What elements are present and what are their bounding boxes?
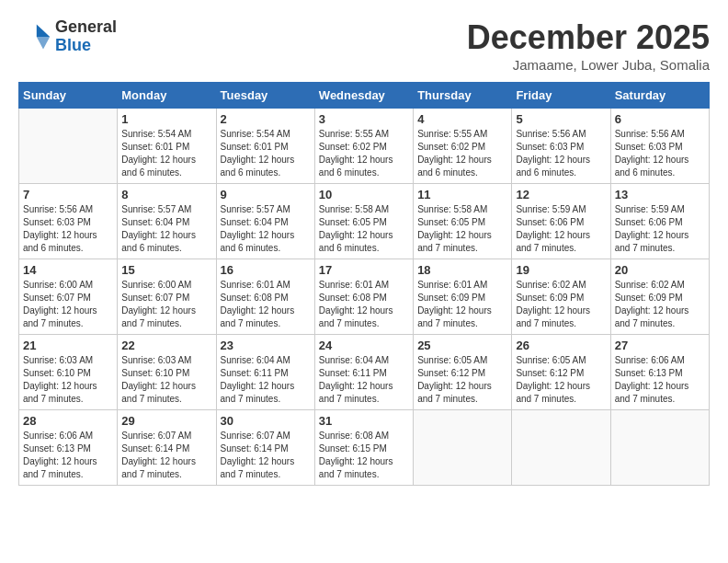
day-info: Sunrise: 5:54 AMSunset: 6:01 PMDaylight:… — [221, 128, 311, 179]
day-number: 23 — [221, 339, 311, 352]
weekday-header: Wednesday — [314, 83, 413, 109]
calendar-day-cell: 17Sunrise: 6:01 AMSunset: 6:08 PMDayligh… — [314, 259, 413, 335]
day-number: 16 — [221, 263, 311, 277]
calendar-day-cell — [512, 410, 610, 486]
weekday-header: Saturday — [610, 83, 709, 109]
calendar-day-cell: 5Sunrise: 5:56 AMSunset: 6:03 PMDaylight… — [512, 109, 610, 184]
day-number: 2 — [221, 112, 311, 126]
day-number: 31 — [319, 414, 409, 428]
calendar-day-cell: 12Sunrise: 5:59 AMSunset: 6:06 PMDayligh… — [512, 184, 610, 259]
day-info: Sunrise: 6:07 AMSunset: 6:14 PMDaylight:… — [221, 430, 311, 481]
day-info: Sunrise: 5:59 AMSunset: 6:06 PMDaylight:… — [615, 203, 705, 255]
day-info: Sunrise: 6:01 AMSunset: 6:09 PMDaylight:… — [417, 279, 507, 330]
day-info: Sunrise: 6:02 AMSunset: 6:09 PMDaylight:… — [615, 279, 705, 330]
calendar-day-cell: 24Sunrise: 6:04 AMSunset: 6:11 PMDayligh… — [314, 335, 413, 410]
day-number: 21 — [23, 339, 113, 352]
day-info: Sunrise: 5:56 AMSunset: 6:03 PMDaylight:… — [23, 203, 113, 255]
day-info: Sunrise: 6:04 AMSunset: 6:11 PMDaylight:… — [319, 354, 409, 406]
day-info: Sunrise: 5:55 AMSunset: 6:02 PMDaylight:… — [417, 128, 507, 179]
page-header: General Blue December 2025 Jamaame, Lowe… — [18, 18, 710, 73]
day-info: Sunrise: 6:08 AMSunset: 6:15 PMDaylight:… — [319, 430, 409, 481]
calendar-day-cell — [19, 109, 118, 184]
calendar-day-cell: 1Sunrise: 5:54 AMSunset: 6:01 PMDaylight… — [118, 109, 216, 184]
calendar-day-cell: 7Sunrise: 5:56 AMSunset: 6:03 PMDaylight… — [19, 184, 118, 259]
day-info: Sunrise: 6:06 AMSunset: 6:13 PMDaylight:… — [23, 430, 113, 481]
location-subtitle: Jamaame, Lower Juba, Somalia — [467, 57, 710, 73]
day-number: 11 — [417, 188, 507, 201]
day-number: 12 — [516, 188, 606, 201]
calendar-day-cell: 2Sunrise: 5:54 AMSunset: 6:01 PMDaylight… — [216, 109, 314, 184]
day-number: 10 — [319, 188, 409, 201]
day-info: Sunrise: 5:58 AMSunset: 6:05 PMDaylight:… — [417, 203, 507, 255]
day-info: Sunrise: 6:04 AMSunset: 6:11 PMDaylight:… — [221, 354, 311, 406]
day-info: Sunrise: 6:00 AMSunset: 6:07 PMDaylight:… — [121, 279, 211, 330]
day-info: Sunrise: 6:01 AMSunset: 6:08 PMDaylight:… — [221, 279, 311, 330]
calendar-day-cell: 29Sunrise: 6:07 AMSunset: 6:14 PMDayligh… — [118, 410, 216, 486]
calendar-week-row: 1Sunrise: 5:54 AMSunset: 6:01 PMDaylight… — [19, 109, 710, 184]
day-number: 24 — [319, 339, 409, 352]
day-info: Sunrise: 5:56 AMSunset: 6:03 PMDaylight:… — [516, 128, 606, 179]
day-number: 1 — [121, 112, 211, 126]
day-info: Sunrise: 6:00 AMSunset: 6:07 PMDaylight:… — [23, 279, 113, 330]
title-block: December 2025 Jamaame, Lower Juba, Somal… — [467, 18, 710, 73]
day-number: 26 — [516, 339, 606, 352]
weekday-header: Monday — [118, 83, 216, 109]
day-info: Sunrise: 5:56 AMSunset: 6:03 PMDaylight:… — [615, 128, 705, 179]
day-info: Sunrise: 5:59 AMSunset: 6:06 PMDaylight:… — [516, 203, 606, 255]
day-info: Sunrise: 5:57 AMSunset: 6:04 PMDaylight:… — [121, 203, 211, 255]
day-info: Sunrise: 5:58 AMSunset: 6:05 PMDaylight:… — [319, 203, 409, 255]
calendar-day-cell: 16Sunrise: 6:01 AMSunset: 6:08 PMDayligh… — [216, 259, 314, 335]
calendar-day-cell: 19Sunrise: 6:02 AMSunset: 6:09 PMDayligh… — [512, 259, 610, 335]
day-number: 13 — [615, 188, 705, 201]
calendar-day-cell: 18Sunrise: 6:01 AMSunset: 6:09 PMDayligh… — [414, 259, 512, 335]
calendar-day-cell — [414, 410, 512, 486]
calendar-table: SundayMondayTuesdayWednesdayThursdayFrid… — [18, 82, 710, 486]
day-number: 30 — [221, 414, 311, 428]
calendar-week-row: 7Sunrise: 5:56 AMSunset: 6:03 PMDaylight… — [19, 184, 710, 259]
weekday-header: Friday — [512, 83, 610, 109]
day-number: 5 — [516, 112, 606, 126]
svg-marker-0 — [37, 24, 50, 37]
day-number: 9 — [221, 188, 311, 201]
calendar-day-cell: 14Sunrise: 6:00 AMSunset: 6:07 PMDayligh… — [19, 259, 118, 335]
day-info: Sunrise: 5:55 AMSunset: 6:02 PMDaylight:… — [319, 128, 409, 179]
day-info: Sunrise: 6:03 AMSunset: 6:10 PMDaylight:… — [121, 354, 211, 406]
calendar-day-cell: 10Sunrise: 5:58 AMSunset: 6:05 PMDayligh… — [314, 184, 413, 259]
day-number: 15 — [121, 263, 211, 277]
calendar-day-cell: 28Sunrise: 6:06 AMSunset: 6:13 PMDayligh… — [19, 410, 118, 486]
day-number: 25 — [417, 339, 507, 352]
calendar-week-row: 21Sunrise: 6:03 AMSunset: 6:10 PMDayligh… — [19, 335, 710, 410]
calendar-week-row: 28Sunrise: 6:06 AMSunset: 6:13 PMDayligh… — [19, 410, 710, 486]
calendar-day-cell: 26Sunrise: 6:05 AMSunset: 6:12 PMDayligh… — [512, 335, 610, 410]
weekday-header: Sunday — [19, 83, 118, 109]
calendar-day-cell: 22Sunrise: 6:03 AMSunset: 6:10 PMDayligh… — [118, 335, 216, 410]
calendar-day-cell: 4Sunrise: 5:55 AMSunset: 6:02 PMDaylight… — [414, 109, 512, 184]
day-number: 8 — [121, 188, 211, 201]
calendar-day-cell: 30Sunrise: 6:07 AMSunset: 6:14 PMDayligh… — [216, 410, 314, 486]
calendar-day-cell: 8Sunrise: 5:57 AMSunset: 6:04 PMDaylight… — [118, 184, 216, 259]
calendar-day-cell: 13Sunrise: 5:59 AMSunset: 6:06 PMDayligh… — [610, 184, 709, 259]
day-number: 29 — [121, 414, 211, 428]
calendar-week-row: 14Sunrise: 6:00 AMSunset: 6:07 PMDayligh… — [19, 259, 710, 335]
day-number: 18 — [417, 263, 507, 277]
logo-icon — [18, 20, 51, 53]
svg-marker-1 — [37, 37, 50, 50]
day-info: Sunrise: 5:54 AMSunset: 6:01 PMDaylight:… — [121, 128, 211, 179]
day-info: Sunrise: 6:05 AMSunset: 6:12 PMDaylight:… — [516, 354, 606, 406]
day-info: Sunrise: 6:07 AMSunset: 6:14 PMDaylight:… — [121, 430, 211, 481]
day-number: 3 — [319, 112, 409, 126]
day-number: 19 — [516, 263, 606, 277]
logo: General Blue — [18, 18, 117, 55]
calendar-day-cell: 3Sunrise: 5:55 AMSunset: 6:02 PMDaylight… — [314, 109, 413, 184]
calendar-day-cell: 11Sunrise: 5:58 AMSunset: 6:05 PMDayligh… — [414, 184, 512, 259]
day-info: Sunrise: 6:06 AMSunset: 6:13 PMDaylight:… — [615, 354, 705, 406]
weekday-header-row: SundayMondayTuesdayWednesdayThursdayFrid… — [19, 83, 710, 109]
calendar-day-cell: 21Sunrise: 6:03 AMSunset: 6:10 PMDayligh… — [19, 335, 118, 410]
day-number: 22 — [121, 339, 211, 352]
calendar-day-cell: 23Sunrise: 6:04 AMSunset: 6:11 PMDayligh… — [216, 335, 314, 410]
day-number: 28 — [23, 414, 113, 428]
calendar-day-cell: 20Sunrise: 6:02 AMSunset: 6:09 PMDayligh… — [610, 259, 709, 335]
calendar-day-cell: 25Sunrise: 6:05 AMSunset: 6:12 PMDayligh… — [414, 335, 512, 410]
day-info: Sunrise: 6:01 AMSunset: 6:08 PMDaylight:… — [319, 279, 409, 330]
calendar-day-cell: 15Sunrise: 6:00 AMSunset: 6:07 PMDayligh… — [118, 259, 216, 335]
